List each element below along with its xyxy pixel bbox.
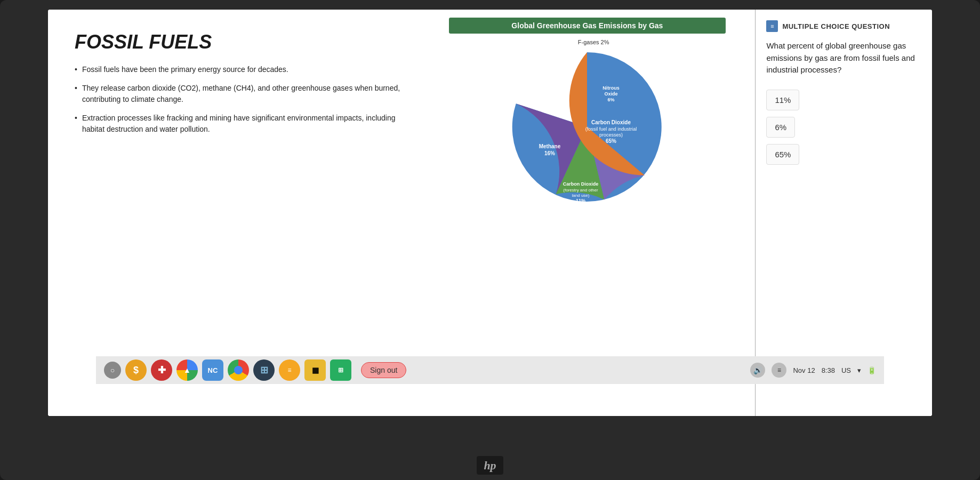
fgases-label: F-gases 2% [578, 39, 609, 45]
taskbar-right: 🔊 ≡ Nov 12 8:38 US ▾ 🔋 [750, 363, 876, 378]
center-panel: Global Greenhouse Gas Emissions by Gas [419, 10, 755, 416]
taskbar-app-red[interactable]: ✚ [151, 359, 172, 381]
mcq-option-1[interactable]: 11% [766, 90, 799, 110]
methane-label: Methane [539, 143, 561, 149]
mcq-label: MULTIPLE CHOICE QUESTION [782, 22, 890, 30]
hp-area: hp [0, 456, 980, 475]
mcq-header: ≡ MULTIPLE CHOICE QUESTION [766, 20, 921, 32]
svg-text:land use): land use) [572, 193, 590, 198]
svg-text:processes): processes) [599, 132, 623, 138]
bullet-3: Extraction processes like fracking and m… [75, 113, 403, 135]
taskbar-app-battery[interactable]: ▦ [304, 359, 326, 381]
pie-chart-container: Carbon Dioxide (fossil fuel and industri… [502, 42, 672, 212]
right-panel: ≡ MULTIPLE CHOICE QUESTION What percent … [755, 10, 932, 416]
co2-forestry-label: Carbon Dioxide [563, 181, 599, 187]
hp-logo: hp [477, 456, 503, 475]
time-display: 8:38 [822, 366, 835, 374]
slide-area: FOSSIL FUELS Fossil fuels have been the … [48, 10, 932, 416]
taskbar-app-media[interactable]: ⊞ [253, 359, 275, 381]
taskbar: ○ $ ✚ ▲ NC ⊞ ≡ ▦ ⊞ Sign out 🔊 ≡ Nov 12 8… [96, 356, 884, 384]
taskbar-app-nc[interactable]: NC [202, 359, 223, 381]
bullet-1: Fossil fuels have been the primary energ… [75, 64, 403, 75]
svg-text:6%: 6% [608, 97, 615, 102]
pie-chart-svg: Carbon Dioxide (fossil fuel and industri… [502, 42, 672, 212]
taskbar-app-drive[interactable]: ▲ [176, 359, 198, 381]
taskbar-app-orange[interactable]: $ [125, 359, 147, 381]
slide-title: FOSSIL FUELS [75, 31, 403, 53]
bullet-2: They release carbon dioxide (CO2), metha… [75, 83, 403, 105]
battery-icon: 🔋 [867, 366, 876, 374]
volume-icon[interactable]: 🔊 [750, 363, 765, 378]
screen: FOSSIL FUELS Fossil fuels have been the … [48, 10, 932, 416]
svg-text:Oxide: Oxide [605, 91, 618, 97]
taskbar-app-green[interactable]: ⊞ [330, 359, 351, 381]
wifi-icon: ▾ [857, 366, 861, 374]
mcq-option-2[interactable]: 6% [766, 117, 795, 138]
bullet-list: Fossil fuels have been the primary energ… [75, 64, 403, 135]
nitrous-label: Nitrous [603, 85, 620, 91]
left-panel: FOSSIL FUELS Fossil fuels have been the … [48, 10, 419, 416]
sign-out-button[interactable]: Sign out [361, 362, 406, 378]
svg-text:(fossil fuel and industrial: (fossil fuel and industrial [585, 126, 637, 132]
chart-title: Global Greenhouse Gas Emissions by Gas [449, 18, 726, 34]
taskbar-app-chrome[interactable] [228, 359, 249, 381]
menu-icon[interactable]: ≡ [772, 363, 786, 378]
co2-fossil-label: Carbon Dioxide [591, 119, 631, 125]
mcq-icon: ≡ [766, 20, 778, 32]
svg-text:11%: 11% [576, 198, 585, 203]
locale-display: US [841, 366, 851, 374]
home-circle[interactable]: ○ [104, 362, 121, 379]
vertical-divider [755, 10, 756, 416]
svg-text:(forestry and other: (forestry and other [564, 188, 599, 193]
mcq-option-3[interactable]: 65% [766, 144, 799, 165]
date-display: Nov 12 [793, 366, 815, 374]
svg-text:65%: 65% [606, 138, 616, 144]
mcq-question: What percent of global greenhouse gas em… [766, 40, 921, 76]
taskbar-app-grid[interactable]: ≡ [279, 359, 300, 381]
svg-text:16%: 16% [544, 150, 555, 156]
